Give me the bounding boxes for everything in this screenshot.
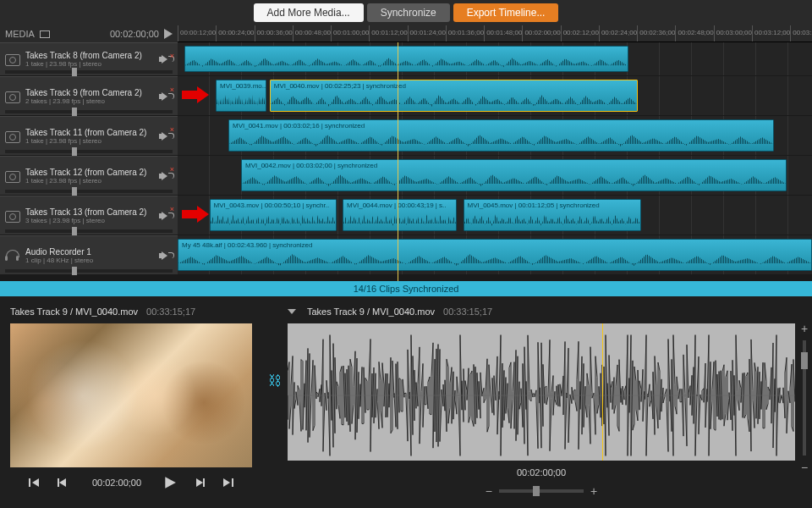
track-meta: 1 take | 23.98 fps | stereo: [25, 177, 162, 185]
monitor-icon: [40, 30, 50, 38]
ruler-tick: 00:03:12;00: [752, 25, 790, 41]
clip-label: MVI_0039.mo..: [217, 80, 266, 91]
track-header[interactable]: Takes Track 9 (from Camera 2)2 takes | 2…: [0, 76, 178, 116]
track-body[interactable]: [178, 42, 812, 76]
track-body[interactable]: MVI_0042.mov | 00:03:02;00 | synchronize…: [178, 156, 812, 196]
svg-marker-4: [59, 478, 66, 487]
timeline-area: Takes Track 8 (from Camera 2)1 take | 23…: [0, 42, 812, 281]
svg-marker-6: [165, 477, 176, 489]
ruler-tick: 00:02:48;00: [675, 25, 713, 41]
timeline-clip[interactable]: MVI_0041.mov | 00:03:02;16 | synchronize…: [228, 119, 774, 152]
add-media-button[interactable]: Add More Media...: [254, 3, 364, 22]
ruler-tick: 00:03:24;00: [790, 25, 812, 41]
timeline-clip[interactable]: MVI_0039.mo..: [216, 80, 266, 112]
svg-rect-2: [29, 478, 30, 487]
ruler-tick: 00:00:24;00: [216, 25, 254, 41]
track-body[interactable]: MVI_0041.mov | 00:03:02;16 | synchronize…: [178, 116, 812, 156]
track-body[interactable]: MVI_0039.mo..MVI_0040.mov | 00:02:25;23 …: [178, 76, 812, 116]
timeline-playhead[interactable]: [398, 42, 398, 281]
vertical-zoom-slider[interactable]: + −: [798, 322, 810, 474]
mute-icon[interactable]: [162, 172, 167, 180]
svg-marker-1: [182, 206, 209, 223]
mute-x-icon: ×: [170, 125, 174, 134]
timeline-ruler[interactable]: 00:00:12;0000:00:24;0000:00:36;0000:00:4…: [178, 25, 812, 42]
clip-label: MVI_0040.mov | 00:02:25;23 | synchronize…: [271, 80, 637, 91]
volume-fader[interactable]: [5, 110, 173, 113]
clip-label: MVI_0041.mov | 00:03:02;16 | synchronize…: [229, 120, 773, 131]
red-arrow-icon: [182, 206, 207, 223]
play-button[interactable]: [163, 476, 177, 489]
horizontal-zoom-thumb[interactable]: [533, 486, 540, 496]
link-icon[interactable]: ⛓: [268, 373, 282, 389]
export-timeline-button[interactable]: Export Timeline...: [453, 3, 559, 22]
mute-icon[interactable]: [162, 212, 167, 220]
track-header[interactable]: Audio Recorder 11 clip | 48 KHz | stereo: [0, 235, 178, 275]
track-row: Takes Track 9 (from Camera 2)2 takes | 2…: [0, 76, 812, 116]
track-header[interactable]: Takes Track 8 (from Camera 2)1 take | 23…: [0, 42, 178, 76]
horizontal-zoom-slider[interactable]: − +: [288, 484, 795, 498]
track-header[interactable]: Takes Track 13 (from Camera 2)3 takes | …: [0, 196, 178, 235]
timeline-clip[interactable]: MVI_0043.mov | 00:00:50;10 | synchr..: [210, 199, 337, 231]
camera-icon: [5, 91, 20, 102]
volume-fader[interactable]: [5, 229, 173, 233]
clip-label: My 45 48k.aif | 00:02:43.960 | synchroni…: [178, 240, 811, 251]
frame-forward-button[interactable]: [192, 476, 206, 489]
skip-forward-button[interactable]: [221, 476, 234, 489]
track-body[interactable]: MVI_0043.mov | 00:00:50;10 | synchr..MVI…: [178, 196, 812, 235]
timeline-clip[interactable]: MVI_0044.mov | 00:00:43;19 | s..: [343, 199, 457, 231]
vzoom-out-icon[interactable]: −: [801, 461, 808, 474]
media-label: MEDIA: [5, 29, 35, 39]
headphone-icon: [5, 250, 20, 262]
frame-back-button[interactable]: [57, 476, 70, 489]
waveform-source-timecode: 00:33:15;17: [443, 306, 492, 317]
ruler-tick: 00:01:12;00: [369, 25, 407, 41]
svg-rect-5: [58, 478, 59, 487]
track-row: Audio Recorder 11 clip | 48 KHz | stereo…: [0, 235, 812, 275]
volume-fader[interactable]: [5, 150, 173, 153]
waveform-playhead[interactable]: [602, 323, 603, 461]
zoom-in-icon[interactable]: +: [590, 484, 597, 498]
waveform-collapse-icon[interactable]: [288, 309, 296, 314]
svg-rect-10: [232, 478, 233, 487]
timeline-clip[interactable]: MVI_0040.mov | 00:02:25;23 | synchronize…: [270, 80, 638, 112]
media-panel-header: MEDIA 00:02:00;00: [0, 25, 178, 42]
track-meta: 1 clip | 48 KHz | stereo: [25, 257, 162, 264]
svg-marker-7: [196, 478, 203, 487]
clip-label: MVI_0044.mov | 00:00:43;19 | s..: [343, 200, 456, 211]
mute-icon[interactable]: [162, 92, 167, 101]
ruler-tick: 00:01:24;00: [408, 25, 446, 41]
ruler-tick: 00:01:36;00: [446, 25, 484, 41]
camera-icon: [5, 130, 20, 142]
svg-marker-3: [32, 478, 39, 487]
volume-fader[interactable]: [5, 70, 173, 74]
timeline-clip[interactable]: [184, 46, 628, 72]
video-preview-frame[interactable]: [10, 323, 252, 467]
track-body[interactable]: My 45 48k.aif | 00:02:43.960 | synchroni…: [178, 235, 812, 275]
timeline-clip[interactable]: MVI_0045.mov | 00:01:12;05 | synchronize…: [464, 199, 641, 231]
synchronize-button[interactable]: Synchronize: [367, 3, 450, 22]
clip-label: [185, 47, 628, 50]
waveform-display[interactable]: [288, 323, 795, 461]
camera-icon: [5, 210, 20, 222]
ruler-tick: 00:02:36;00: [637, 25, 675, 41]
waveform-panel: Takes Track 9 / MVI_0040.mov 00:33:15;17…: [288, 296, 812, 508]
bottom-preview-area: Takes Track 9 / MVI_0040.mov 00:33:15;17…: [0, 296, 812, 508]
play-icon[interactable]: [164, 29, 173, 39]
vzoom-in-icon[interactable]: +: [801, 322, 808, 335]
volume-fader[interactable]: [5, 269, 173, 273]
panel-link-column: ⛓: [262, 296, 288, 508]
mute-icon[interactable]: [162, 55, 167, 64]
zoom-out-icon[interactable]: −: [486, 484, 492, 498]
timeline-clip[interactable]: My 45 48k.aif | 00:02:43.960 | synchroni…: [178, 239, 812, 271]
track-header[interactable]: Takes Track 12 (from Camera 2)1 take | 2…: [0, 156, 178, 196]
volume-fader[interactable]: [5, 190, 173, 193]
speaker-icon[interactable]: [162, 251, 167, 260]
skip-back-button[interactable]: [28, 476, 41, 489]
timeline-clip[interactable]: MVI_0042.mov | 00:03:02;00 | synchronize…: [241, 159, 787, 191]
vertical-zoom-thumb[interactable]: [801, 352, 808, 369]
sync-status-bar: 14/16 Clips Synchronized: [0, 281, 812, 296]
track-header[interactable]: Takes Track 11 (from Camera 2)1 take | 2…: [0, 116, 178, 156]
mute-icon[interactable]: [162, 132, 167, 141]
ruler-tick: 00:01:00;00: [331, 25, 369, 41]
preview-source-timecode: 00:33:15;17: [146, 306, 195, 317]
